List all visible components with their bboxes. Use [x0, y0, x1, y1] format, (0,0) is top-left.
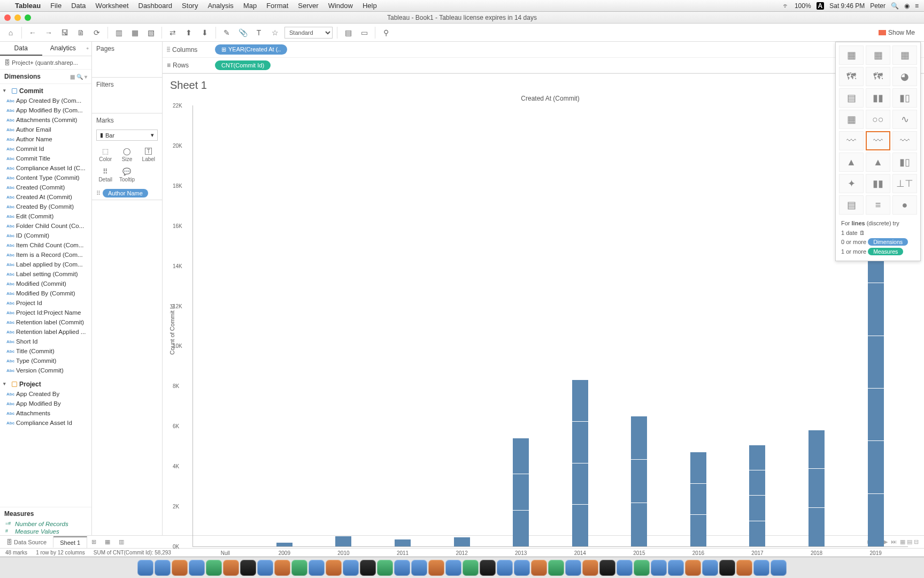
- dock-app[interactable]: [599, 560, 615, 576]
- showme-viz-option[interactable]: 〰: [892, 131, 917, 150]
- fit-select[interactable]: Standard: [284, 27, 333, 39]
- showme-viz-option[interactable]: ▮▮: [866, 88, 890, 108]
- dock-app[interactable]: [445, 560, 461, 576]
- showme-viz-option[interactable]: ▤: [839, 88, 864, 108]
- duplicate-button[interactable]: ▦: [128, 26, 141, 39]
- showme-viz-option[interactable]: ▲: [839, 153, 864, 172]
- showme-viz-option[interactable]: 🗺: [866, 67, 890, 86]
- menu-worksheet[interactable]: Worksheet: [96, 2, 129, 10]
- dock-app[interactable]: [360, 560, 376, 576]
- new-story-button[interactable]: ▥: [114, 536, 128, 547]
- measure-item[interactable]: =#Number of Records: [0, 520, 91, 528]
- presentation-button[interactable]: ▭: [358, 26, 371, 39]
- dock-app[interactable]: [428, 560, 444, 576]
- showme-viz-option[interactable]: ▦: [839, 45, 864, 65]
- field-item[interactable]: AbcApp Modified By (Com...: [0, 105, 91, 115]
- field-item[interactable]: AbcFolder Child Count (Co...: [0, 221, 91, 231]
- show-me-button[interactable]: Show Me: [874, 26, 920, 39]
- sort-asc-button[interactable]: ⬆: [182, 26, 195, 39]
- field-item[interactable]: AbcCompliance Asset Id (C...: [0, 163, 91, 173]
- group-button[interactable]: 📎: [236, 26, 249, 39]
- dock-app[interactable]: [719, 560, 735, 576]
- tab-pin-icon[interactable]: ◦: [84, 42, 91, 56]
- showme-viz-option[interactable]: ▮▯: [892, 88, 917, 108]
- field-item[interactable]: AbcType (Commit): [0, 356, 91, 366]
- app-name[interactable]: Tableau: [15, 2, 41, 10]
- dock-app[interactable]: [634, 560, 650, 576]
- field-item[interactable]: AbcProject Id: [0, 298, 91, 308]
- sheet-title[interactable]: Sheet 1: [163, 74, 924, 94]
- bar-column[interactable]: 2017: [733, 105, 782, 546]
- dock-app[interactable]: [240, 560, 256, 576]
- showme-viz-option[interactable]: ○○: [866, 110, 890, 129]
- showme-viz-option[interactable]: ▮▮: [866, 174, 890, 193]
- rows-pill[interactable]: CNT(Commit Id): [215, 60, 271, 70]
- columns-pill[interactable]: ⊞YEAR(Created At (..: [215, 44, 287, 55]
- clear-button[interactable]: ▧: [144, 26, 157, 39]
- undo-button[interactable]: ←: [26, 26, 39, 39]
- menu-window[interactable]: Window: [328, 2, 353, 10]
- filters-shelf[interactable]: Filters: [92, 78, 162, 92]
- mark-size[interactable]: ◯Size: [117, 145, 137, 164]
- mark-type-select[interactable]: ▮ Bar ▾: [96, 130, 158, 141]
- dock-app[interactable]: [480, 560, 496, 576]
- wifi-icon[interactable]: ᯤ: [783, 2, 789, 10]
- new-sheet-button[interactable]: ▥: [112, 26, 125, 39]
- field-item[interactable]: AbcAuthor Name: [0, 134, 91, 144]
- mark-detail-pill[interactable]: ⠿ Author Name: [96, 189, 158, 197]
- bar-column[interactable]: 2015: [614, 105, 664, 546]
- tab-analytics[interactable]: Analytics: [42, 42, 84, 56]
- mark-detail[interactable]: ⠿Detail: [95, 165, 116, 185]
- showme-viz-option[interactable]: 🗺: [839, 67, 864, 86]
- showme-viz-option[interactable]: ▦: [866, 45, 890, 65]
- field-item[interactable]: AbcAttachments: [0, 408, 91, 418]
- field-item[interactable]: AbcCommit Title: [0, 154, 91, 163]
- redo-button[interactable]: →: [42, 26, 55, 39]
- menu-format[interactable]: Format: [266, 2, 288, 10]
- field-item[interactable]: AbcLabel setting (Commit): [0, 269, 91, 279]
- field-item[interactable]: AbcModified (Commit): [0, 279, 91, 288]
- mark-tooltip[interactable]: 💬Tooltip: [117, 165, 137, 185]
- input-a-icon[interactable]: A: [817, 2, 825, 10]
- dock-app[interactable]: [531, 560, 547, 576]
- dock-app[interactable]: [497, 560, 513, 576]
- new-dashboard-button[interactable]: ▦: [101, 536, 114, 547]
- refresh-button[interactable]: ⟳: [90, 26, 103, 39]
- dock-app[interactable]: [326, 560, 342, 576]
- dock-app[interactable]: [377, 560, 393, 576]
- field-item[interactable]: AbcProject Id:Project Name: [0, 308, 91, 317]
- menu-data[interactable]: Data: [71, 2, 86, 10]
- dock-app[interactable]: [172, 560, 188, 576]
- dock-app[interactable]: [753, 560, 769, 576]
- measure-item[interactable]: #Measure Values: [0, 528, 91, 535]
- siri-icon[interactable]: ◉: [904, 2, 910, 10]
- dock-app[interactable]: [137, 560, 153, 576]
- field-item[interactable]: AbcTitle (Commit): [0, 346, 91, 356]
- cards-button[interactable]: ▤: [342, 26, 355, 39]
- sort-desc-button[interactable]: ⬇: [198, 26, 211, 39]
- field-item[interactable]: AbcLabel applied by (Com...: [0, 260, 91, 269]
- pages-shelf[interactable]: Pages: [92, 42, 162, 56]
- dock-app[interactable]: [394, 560, 410, 576]
- showme-viz-option[interactable]: ●: [892, 195, 917, 215]
- showme-viz-option[interactable]: 〰: [839, 131, 864, 150]
- field-item[interactable]: AbcID (Commit): [0, 231, 91, 240]
- field-item[interactable]: AbcRetention label (Commit): [0, 317, 91, 327]
- new-worksheet-button[interactable]: ⊞: [87, 536, 101, 547]
- field-item[interactable]: AbcCompliance Asset Id: [0, 418, 91, 428]
- dock-app[interactable]: [411, 560, 427, 576]
- dock-app[interactable]: [189, 560, 205, 576]
- dock-app[interactable]: [548, 560, 564, 576]
- datasource-item[interactable]: 🗄 Project+ (quantr.sharep...: [0, 56, 91, 70]
- bar-column[interactable]: 2014: [555, 105, 605, 546]
- showme-viz-option[interactable]: ◕: [892, 67, 917, 86]
- pin-button[interactable]: ☆: [268, 26, 281, 39]
- field-item[interactable]: AbcShort Id: [0, 337, 91, 346]
- dock-app[interactable]: [702, 560, 718, 576]
- showme-viz-option[interactable]: 〰: [866, 131, 890, 150]
- showme-viz-option[interactable]: ✦: [839, 174, 864, 193]
- field-item[interactable]: AbcCreated (Commit): [0, 182, 91, 192]
- bar-column[interactable]: 2010: [319, 105, 368, 546]
- bar-column[interactable]: 2018: [792, 105, 842, 546]
- field-item[interactable]: AbcVersion (Commit): [0, 366, 91, 375]
